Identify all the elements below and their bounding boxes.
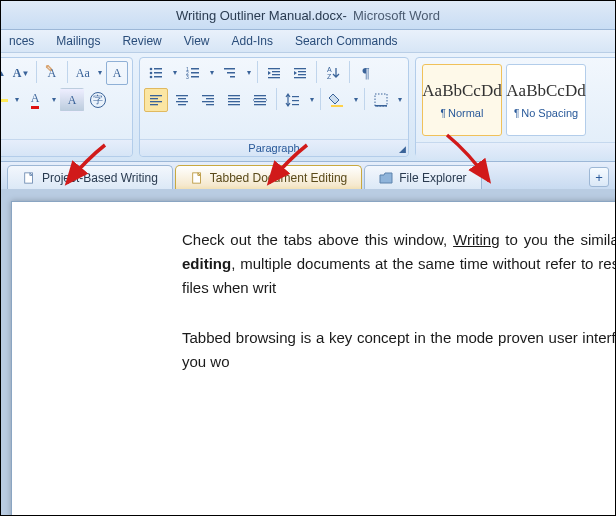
distributed-button[interactable] <box>248 88 272 112</box>
svg-rect-42 <box>254 98 266 99</box>
svg-rect-39 <box>228 101 240 102</box>
style-sample: AaBbCcDd <box>506 81 585 101</box>
numbering-button[interactable]: 123 <box>181 61 205 85</box>
decrease-indent-button[interactable] <box>262 61 286 85</box>
style-sample: AaBbCcDd <box>422 81 501 101</box>
document-icon <box>22 172 36 184</box>
tab-tabbed-document-editing[interactable]: Tabbed Document Editing <box>175 165 362 190</box>
svg-rect-36 <box>206 104 214 105</box>
tab-label: Tabbed Document Editing <box>210 171 347 185</box>
ribbon-group-paragraph-label: Paragraph <box>140 139 408 156</box>
svg-rect-41 <box>254 95 266 96</box>
ribbon-group-font-label <box>1 139 132 156</box>
style-normal[interactable]: AaBbCcDd ¶Normal <box>422 64 502 136</box>
sort-button[interactable]: AZ <box>321 61 345 85</box>
document-page: Check out the tabs above this window, Wr… <box>11 201 615 515</box>
ribbon-tab-view[interactable]: View <box>184 34 210 48</box>
font-color-button[interactable]: A <box>23 88 47 112</box>
svg-rect-48 <box>331 105 343 107</box>
svg-point-2 <box>150 72 153 75</box>
borders-dropdown-icon[interactable]: ▾ <box>395 88 404 110</box>
justify-button[interactable] <box>222 88 246 112</box>
svg-rect-45 <box>292 96 299 97</box>
document-tab-bar: Project-Based Writing Tabbed Document Ed… <box>1 162 615 191</box>
increase-indent-button[interactable] <box>288 61 312 85</box>
ribbon-tab-addins[interactable]: Add-Ins <box>232 34 273 48</box>
show-paragraph-marks-button[interactable]: ¶ <box>354 61 378 85</box>
ribbon-tab-search-commands[interactable]: Search Commands <box>295 34 398 48</box>
svg-rect-25 <box>150 95 162 96</box>
svg-text:3: 3 <box>186 74 189 80</box>
numbering-dropdown-icon[interactable]: ▾ <box>207 61 216 83</box>
svg-rect-1 <box>154 68 162 70</box>
bullets-button[interactable] <box>144 61 168 85</box>
svg-rect-50 <box>375 105 387 107</box>
app-name: Microsoft Word <box>353 8 440 23</box>
svg-rect-27 <box>150 101 162 102</box>
svg-rect-15 <box>268 68 280 69</box>
svg-rect-29 <box>176 95 188 96</box>
svg-rect-33 <box>202 95 214 96</box>
tab-label: Project-Based Writing <box>42 171 158 185</box>
tab-file-explorer[interactable]: File Explorer <box>364 165 481 190</box>
svg-rect-43 <box>254 101 266 102</box>
change-case-button[interactable]: Aa <box>72 61 94 85</box>
svg-rect-31 <box>176 101 188 102</box>
svg-rect-34 <box>206 98 214 99</box>
document-viewport[interactable]: Check out the tabs above this window, Wr… <box>1 189 615 515</box>
character-border-button[interactable]: A <box>106 61 128 85</box>
line-spacing-button[interactable] <box>281 88 305 112</box>
text-highlight-dropdown-icon[interactable]: ▾ <box>12 88 21 110</box>
change-case-dropdown-icon[interactable]: ▾ <box>96 61 104 83</box>
ribbon: A▲ A▼ A✎ Aa▾ A ab▾ A▾ A 字 <box>1 53 615 162</box>
svg-rect-40 <box>228 104 240 105</box>
clear-formatting-button[interactable]: A✎ <box>41 61 63 85</box>
svg-rect-16 <box>272 71 280 72</box>
multilevel-list-button[interactable] <box>218 61 242 85</box>
style-no-spacing[interactable]: AaBbCcDd ¶No Spacing <box>506 64 586 136</box>
ribbon-group-styles: AaBbCcDd ¶Normal AaBbCcDd ¶No Spacing <box>415 57 615 157</box>
ribbon-tab-references[interactable]: nces <box>9 34 34 48</box>
ribbon-tab-review[interactable]: Review <box>122 34 161 48</box>
svg-rect-5 <box>154 76 162 78</box>
svg-point-4 <box>150 76 153 79</box>
svg-rect-44 <box>254 104 266 105</box>
svg-text:A: A <box>327 66 332 73</box>
multilevel-dropdown-icon[interactable]: ▾ <box>244 61 253 83</box>
align-center-button[interactable] <box>170 88 194 112</box>
paragraph-dialog-launcher-icon[interactable]: ◢ <box>399 144 406 154</box>
borders-button[interactable] <box>369 88 393 112</box>
enclose-characters-button[interactable]: 字 <box>86 88 110 112</box>
bullets-dropdown-icon[interactable]: ▾ <box>170 61 179 83</box>
svg-rect-35 <box>202 101 214 102</box>
align-right-button[interactable] <box>196 88 220 112</box>
svg-rect-21 <box>298 74 306 75</box>
align-left-button[interactable] <box>144 88 168 112</box>
add-tab-button[interactable]: + <box>589 167 609 187</box>
title-bar: Writing Outliner Manual.docx - Microsoft… <box>1 1 615 30</box>
svg-rect-18 <box>268 77 280 78</box>
svg-rect-49 <box>375 94 387 106</box>
ribbon-group-styles-label <box>416 142 615 159</box>
document-icon <box>190 172 204 184</box>
shrink-font-button[interactable]: A▼ <box>10 61 32 85</box>
ribbon-tab-mailings[interactable]: Mailings <box>56 34 100 48</box>
svg-rect-13 <box>227 72 235 74</box>
svg-point-0 <box>150 68 153 71</box>
svg-rect-26 <box>150 98 158 99</box>
grow-font-button[interactable]: A▲ <box>1 61 8 85</box>
style-name-label: No Spacing <box>521 107 578 119</box>
character-shading-button[interactable]: A <box>60 88 84 112</box>
ribbon-group-paragraph: ▾ 123▾ ▾ AZ ¶ <box>139 57 409 157</box>
pilcrow-icon: ¶ <box>514 108 519 119</box>
shading-button[interactable] <box>325 88 349 112</box>
shading-dropdown-icon[interactable]: ▾ <box>351 88 360 110</box>
text-highlight-button[interactable]: ab <box>1 88 10 112</box>
svg-rect-28 <box>150 104 158 105</box>
svg-rect-14 <box>230 76 235 78</box>
svg-rect-37 <box>228 95 240 96</box>
tab-project-based-writing[interactable]: Project-Based Writing <box>7 165 173 190</box>
font-color-dropdown-icon[interactable]: ▾ <box>49 88 58 110</box>
svg-rect-3 <box>154 72 162 74</box>
line-spacing-dropdown-icon[interactable]: ▾ <box>307 88 316 110</box>
